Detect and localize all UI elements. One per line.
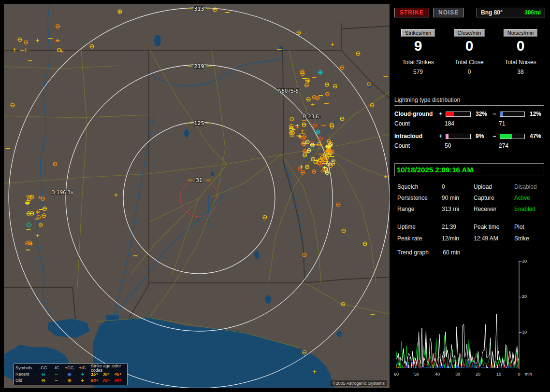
receiver-value: Enabled xyxy=(514,206,548,212)
trend-graph-canvas xyxy=(395,260,543,370)
legend-symbols-header: Symbols xyxy=(15,366,37,370)
x-tick-50: 50 xyxy=(412,372,421,377)
trend-graph-label: Trend graph xyxy=(397,249,429,256)
recent-pos-ic-icon: + xyxy=(76,372,89,377)
plus-sign: + xyxy=(438,133,444,140)
svg-text:Y-5075-5: Y-5075-5 xyxy=(277,88,299,94)
peak-time-label: Peak time xyxy=(474,224,514,230)
svg-text:313: 313 xyxy=(194,6,204,12)
app-window: 31321912531Y-5075-5D-23 6-D-196 3v Symbo… xyxy=(0,0,550,392)
range-setting-label: Range xyxy=(397,206,442,212)
range-setting-value: 313 mi xyxy=(442,206,474,212)
x-tick-20: 20 xyxy=(473,372,483,377)
legend-col-pos-cg: +CG xyxy=(63,366,76,370)
age-90: 90+ xyxy=(115,378,122,383)
old-pos-cg-icon: ⊕ xyxy=(63,378,76,383)
persistence-label: Persistence xyxy=(397,195,442,201)
ic-positive-pct: 9% xyxy=(473,133,491,140)
ic-negative-pct: 47% xyxy=(527,133,545,140)
legend-col-neg-cg: -CG xyxy=(37,366,50,370)
count-label: Count xyxy=(394,120,438,127)
svg-text:219: 219 xyxy=(194,63,204,70)
svg-text:31: 31 xyxy=(196,177,203,183)
trend-graph: 30 20 10 60 50 40 30 20 10 0 min xyxy=(395,260,545,386)
y-tick-20: 20 xyxy=(522,294,535,299)
uptime-value: 21:39 xyxy=(442,224,474,230)
noises-per-min-column: Noises/min 0 Total Noises 38 xyxy=(495,29,546,75)
strikes-per-min-value: 9 xyxy=(414,37,422,55)
plot-label: Plot xyxy=(514,224,548,230)
intracloud-label: Intracloud xyxy=(394,133,438,140)
cg-positive-pct: 32% xyxy=(473,111,491,117)
strikes-per-min-button[interactable]: Strikes/min xyxy=(401,29,435,37)
lightning-distribution: Lightning type distribution Cloud-ground… xyxy=(394,97,544,155)
ic-negative-bar xyxy=(500,134,525,139)
ic-positive-bar xyxy=(446,134,471,139)
copyright-label: ©2005 Astrogenic Systems xyxy=(331,380,387,386)
x-axis-unit: min xyxy=(525,372,532,377)
cg-negative-pct: 12% xyxy=(527,111,545,117)
noises-per-min-value: 0 xyxy=(517,37,525,55)
upload-label: Upload xyxy=(474,183,514,190)
squelch-value: 0 xyxy=(442,183,474,190)
old-pos-ic-icon: + xyxy=(76,378,89,383)
svg-text:D-196 3v: D-196 3v xyxy=(51,190,73,195)
age-15: 15+ xyxy=(91,372,98,377)
x-tick-0: 0 xyxy=(514,372,524,377)
settings-grid: Squelch 0 Upload Disabled Persistence 90… xyxy=(397,183,544,212)
bearing-label: Bng 80° xyxy=(481,9,503,16)
x-tick-60: 60 xyxy=(391,372,401,377)
ic-positive-bar-fill xyxy=(446,134,449,139)
recent-neg-cg-icon: ⊖ xyxy=(37,372,50,377)
range-label: 306mi xyxy=(524,9,541,16)
x-tick-40: 40 xyxy=(433,372,442,377)
cloud-ground-row: Cloud-ground + 32% − 12% xyxy=(394,111,544,117)
x-tick-30: 30 xyxy=(453,372,463,377)
capture-label: Capture xyxy=(474,195,514,201)
ic-positive-count: 50 xyxy=(438,142,492,149)
persistence-value: 90 min xyxy=(442,195,474,201)
svg-text:125: 125 xyxy=(194,120,204,126)
total-noises-value: 38 xyxy=(517,69,523,75)
cg-negative-count: 71 xyxy=(492,120,546,127)
noise-indicator-button[interactable]: NOISE xyxy=(433,8,464,17)
map-canvas[interactable]: 31321912531Y-5075-5D-23 6-D-196 3v xyxy=(4,4,390,388)
minus-sign: − xyxy=(491,133,498,140)
total-strikes-label: Total Strikes xyxy=(402,59,434,66)
svg-text:D-23 6-: D-23 6- xyxy=(303,114,321,119)
cloud-ground-label: Cloud-ground xyxy=(394,111,438,117)
cloud-ground-count-row: Count 184 71 xyxy=(394,120,544,127)
count-label: Count xyxy=(394,142,438,149)
old-neg-cg-icon: ⊖ xyxy=(37,378,50,383)
cg-positive-bar-fill xyxy=(446,112,454,116)
x-tick-10: 10 xyxy=(494,372,504,377)
plus-sign: + xyxy=(438,111,444,117)
strike-indicator-button[interactable]: STRIKE xyxy=(394,8,429,17)
uptime-label: Uptime xyxy=(397,224,442,230)
y-tick-10: 10 xyxy=(522,330,535,335)
noises-per-min-button[interactable]: Noises/min xyxy=(504,29,537,37)
peak-time-value: 12:49 AM xyxy=(474,235,514,242)
lightning-map[interactable]: 31321912531Y-5075-5D-23 6-D-196 3v Symbo… xyxy=(4,4,390,388)
legend-col-neg-ic: -IC xyxy=(50,366,63,370)
age-60: 60+ xyxy=(91,378,98,383)
age-codes-row-1: 15+ 30+ 45+ xyxy=(89,372,126,377)
age-codes-row-2: 60+ 75+ 90+ xyxy=(89,378,126,383)
age-30: 30+ xyxy=(102,372,110,377)
map-legend: Symbols -CG -IC +CG +IC Strike age color… xyxy=(14,364,128,385)
trend-graph-header: Trend graph 60 min xyxy=(397,249,473,256)
ic-negative-bar-fill xyxy=(500,134,512,139)
plot-value: Strike xyxy=(514,235,548,242)
cg-negative-bar-fill xyxy=(500,112,503,116)
cg-positive-bar xyxy=(446,112,471,117)
capture-value: Active xyxy=(514,195,548,201)
age-45: 45+ xyxy=(115,372,122,377)
session-grid: Uptime 21:39 Peak time Plot Peak rate 12… xyxy=(397,224,544,242)
legend-old-label: Old xyxy=(15,378,37,383)
rate-stats: Strikes/min 9 Total Strikes 579 Close/mi… xyxy=(392,29,546,75)
close-per-min-button[interactable]: Close/min xyxy=(454,29,485,37)
peak-rate-label: Peak rate xyxy=(397,235,442,242)
distribution-title: Lightning type distribution xyxy=(394,97,544,106)
total-close-label: Total Close xyxy=(455,59,483,66)
cg-negative-bar xyxy=(500,112,525,117)
